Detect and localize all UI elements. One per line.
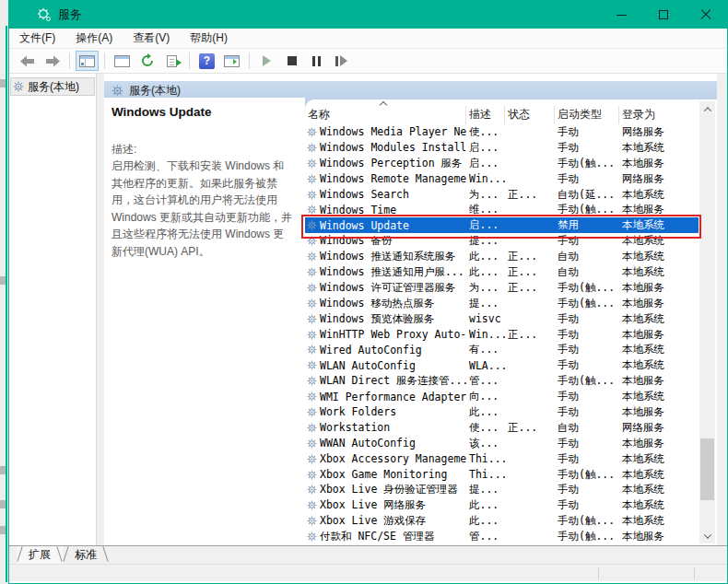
table-row[interactable]: Windows Time维...手动(触...本地服务: [305, 202, 699, 217]
table-row[interactable]: Windows Perception 服务启...手动(触...本地服务: [305, 156, 699, 171]
service-list-rows: Windows Media Player Ne...使...手动网络服务Wind…: [305, 124, 699, 544]
menu-file[interactable]: 文件(F): [9, 30, 65, 46]
panel-header: 服务(本地): [104, 81, 717, 99]
service-logon-as-cell: 本地服务: [619, 157, 699, 170]
table-row[interactable]: Windows 备份提...手动本地系统: [305, 233, 699, 249]
close-button[interactable]: [685, 1, 727, 29]
service-gear-icon: [307, 127, 317, 137]
service-startup-type-cell: 禁用: [555, 218, 619, 232]
service-gear-icon: [307, 267, 317, 277]
table-row[interactable]: Windows Modules Installer启...手动本地系统: [305, 140, 699, 156]
service-logon-as-cell: 本地服务: [619, 374, 699, 388]
show-console-tree-button[interactable]: [76, 51, 99, 71]
scroll-down-button[interactable]: [699, 528, 715, 543]
table-row[interactable]: Windows 推送通知用户服...此...正...自动本地系统: [305, 264, 699, 280]
service-logon-as-cell: 本地系统: [619, 483, 699, 496]
service-startup-type-cell: 手动: [555, 312, 619, 326]
table-row[interactable]: WWAN AutoConfig该...手动本地服务: [305, 436, 699, 451]
maximize-button[interactable]: [642, 1, 685, 29]
export-list-button[interactable]: [160, 51, 183, 71]
table-row[interactable]: Work Folders此...手动本地服务: [305, 404, 699, 420]
tab-standard[interactable]: 标准: [63, 546, 109, 564]
pause-service-button[interactable]: [305, 51, 328, 71]
table-row[interactable]: Windows 预览体验服务wisvc手动本地系统: [305, 311, 699, 327]
start-service-button[interactable]: [255, 51, 278, 71]
column-header-status[interactable]: 状态: [505, 106, 555, 124]
table-row[interactable]: WLAN AutoConfigWLA...手动本地系统: [305, 357, 699, 373]
stop-service-button[interactable]: [280, 51, 303, 71]
table-row[interactable]: WinHTTP Web Proxy Auto-...Win...正...手动本地…: [305, 327, 699, 343]
service-logon-as-cell: 本地服务: [619, 328, 699, 342]
table-row[interactable]: Xbox Live 游戏保存此...手动(触...本地系统: [305, 513, 699, 529]
pause-service-icon: [312, 56, 321, 66]
back-button[interactable]: [16, 51, 39, 71]
column-header-desc[interactable]: 描述: [466, 106, 505, 124]
scroll-up-button[interactable]: [699, 101, 715, 117]
vertical-scrollbar[interactable]: [699, 101, 715, 543]
table-row[interactable]: Windows Media Player Ne...使...手动网络服务: [305, 124, 699, 140]
service-startup-type-cell: 自动: [555, 421, 619, 435]
service-startup-type-cell: 手动: [555, 141, 619, 155]
table-row[interactable]: WLAN Direct 服务连接管...管...手动(触...本地服务: [305, 373, 699, 389]
refresh-button[interactable]: [135, 51, 159, 71]
table-row[interactable]: 付款和 NFC/SE 管理器管...手动(触...本地服务: [305, 529, 699, 544]
table-row[interactable]: Windows 推送通知系统服务此...正...自动本地系统: [305, 249, 699, 264]
service-name-cell: WLAN Direct 服务连接管...: [305, 374, 466, 388]
forward-button[interactable]: [41, 51, 64, 71]
service-name-cell: Windows 备份: [305, 234, 466, 248]
table-row[interactable]: Xbox Live 网络服务此...手动本地系统: [305, 497, 699, 513]
service-gear-icon: [307, 516, 317, 526]
service-logon-as-cell: 本地系统: [619, 498, 699, 512]
service-logon-as-cell: 本地服务: [619, 437, 699, 450]
service-startup-type-cell: 手动(触...: [555, 514, 619, 528]
service-name-cell: Windows Modules Installer: [305, 141, 466, 154]
table-row[interactable]: WMI Performance Adapter向...手动本地系统: [305, 389, 699, 404]
column-header-name[interactable]: 名称: [305, 106, 466, 124]
service-name-cell: Xbox Live 身份验证管理器: [305, 483, 466, 496]
service-description-cell: 启...: [466, 157, 505, 170]
refresh-icon: [140, 53, 155, 68]
table-row[interactable]: Windows Search为...正...自动(延...本地系统: [305, 187, 699, 203]
background-fragment: [0, 500, 6, 508]
service-startup-type-cell: 手动: [555, 343, 619, 356]
table-row[interactable]: Windows 移动热点服务提...手动(触...本地服务: [305, 296, 699, 311]
table-row[interactable]: Windows 许可证管理器服务为...正...手动(触...本地服务: [305, 280, 699, 296]
table-row[interactable]: Xbox Accessory Manageme...Thi...手动本地系统: [305, 451, 699, 467]
service-gear-icon: [307, 500, 317, 510]
menu-action[interactable]: 操作(A): [65, 30, 123, 46]
table-row[interactable]: Workstation使...正...自动网络服务: [305, 420, 699, 436]
service-description-cell: 此...: [466, 265, 505, 279]
minimize-button[interactable]: [600, 1, 642, 29]
column-header-logon[interactable]: 登录为: [619, 106, 699, 124]
restart-service-button[interactable]: [330, 51, 353, 71]
service-logon-as-cell: 本地系统: [619, 218, 699, 232]
service-startup-type-cell: 手动: [555, 234, 619, 248]
tree-item-services-local[interactable]: 服务(本地): [10, 77, 95, 96]
table-row[interactable]: Xbox Game MonitoringThi...手动(触...本地系统: [305, 467, 699, 483]
table-row[interactable]: Windows Remote Manageme...Win...手动网络服务: [305, 171, 699, 187]
maximize-icon: [659, 10, 668, 19]
service-logon-as-cell: 网络服务: [619, 172, 699, 186]
table-row[interactable]: Windows Update启...禁用本地系统: [305, 217, 699, 233]
table-row[interactable]: Xbox Live 身份验证管理器提...手动本地系统: [305, 482, 699, 497]
title-bar[interactable]: 服务: [9, 1, 727, 29]
service-logon-as-cell: 本地系统: [619, 188, 699, 202]
menu-bar: 文件(F) 操作(A) 查看(V) 帮助(H): [9, 29, 727, 49]
properties-button[interactable]: [111, 51, 134, 71]
service-name-cell: Xbox Live 网络服务: [305, 498, 466, 512]
service-startup-type-cell: 手动: [555, 172, 619, 186]
column-header-startup[interactable]: 启动类型: [555, 106, 619, 124]
service-description-cell: wisvc: [466, 312, 505, 325]
help-button[interactable]: ?: [195, 51, 218, 71]
tab-extended[interactable]: 扩展: [17, 546, 63, 564]
show-action-pane-button[interactable]: [220, 51, 243, 71]
help-icon: ?: [199, 53, 215, 69]
menu-help[interactable]: 帮助(H): [180, 30, 238, 46]
scrollbar-thumb[interactable]: [700, 438, 714, 500]
service-gear-icon: [307, 376, 317, 386]
table-row[interactable]: Wired AutoConfig有...手动本地系统: [305, 342, 699, 357]
menu-view[interactable]: 查看(V): [123, 30, 180, 46]
service-startup-type-cell: 手动: [555, 483, 619, 496]
service-startup-type-cell: 手动(触...: [555, 374, 619, 388]
properties-icon: [114, 55, 130, 67]
